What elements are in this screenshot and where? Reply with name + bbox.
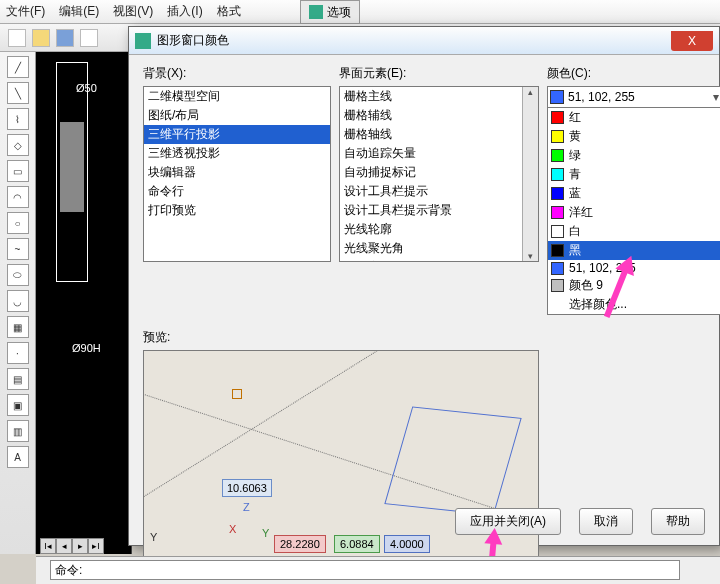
block-tool-icon[interactable]: ▦ xyxy=(7,316,29,338)
elem-item[interactable]: 自动追踪矢量 xyxy=(340,144,538,163)
options-tab-label: 选项 xyxy=(327,4,351,21)
model-tabs[interactable]: I◂ ◂ ▸ ▸I xyxy=(40,538,104,554)
elem-item[interactable]: 自动捕捉标记 xyxy=(340,163,538,182)
status-bar: 命令: xyxy=(36,556,720,584)
bg-item[interactable]: 命令行 xyxy=(144,182,330,201)
dimension-2: Ø90H xyxy=(72,342,101,354)
chevron-down-icon[interactable]: ▾ xyxy=(708,90,720,104)
color-name: 绿 xyxy=(569,147,581,164)
bg-item[interactable]: 二维模型空间 xyxy=(144,87,330,106)
color-name: 红 xyxy=(569,109,581,126)
color-item[interactable]: 白 xyxy=(548,222,720,241)
bg-item[interactable]: 三维平行投影 xyxy=(144,125,330,144)
bg-item[interactable]: 块编辑器 xyxy=(144,163,330,182)
command-line[interactable]: 命令: xyxy=(50,560,680,580)
elements-section: 界面元素(E): 栅格主线栅格辅线栅格轴线自动追踪矢量自动捕捉标记设计工具栏提示… xyxy=(339,65,539,315)
elem-item[interactable]: 光线轮廓 xyxy=(340,220,538,239)
color-swatch-icon xyxy=(551,168,564,181)
open-icon[interactable] xyxy=(32,29,50,47)
polygon-tool-icon[interactable]: ◇ xyxy=(7,134,29,156)
rect-tool-icon[interactable]: ▭ xyxy=(7,160,29,182)
axis-x: X xyxy=(229,523,236,535)
close-button[interactable]: X xyxy=(671,31,713,51)
nav-next-icon[interactable]: ▸ xyxy=(72,538,88,554)
value-x: 28.2280 xyxy=(274,535,326,553)
scrollbar[interactable] xyxy=(522,87,538,261)
color-swatch-icon xyxy=(551,149,564,162)
color-item[interactable]: 红 xyxy=(548,108,720,127)
preview-tooltip: 10.6063 xyxy=(222,479,272,497)
color-combobox[interactable]: 51, 102, 255 ▾ xyxy=(547,86,720,108)
color-item[interactable]: 绿 xyxy=(548,146,720,165)
elem-item[interactable]: 栅格辅线 xyxy=(340,106,538,125)
dialog-icon xyxy=(135,33,151,49)
menu-file[interactable]: 文件(F) xyxy=(6,3,45,20)
polyline-tool-icon[interactable]: ⌇ xyxy=(7,108,29,130)
menu-insert[interactable]: 插入(I) xyxy=(167,3,202,20)
color-name: 洋红 xyxy=(569,204,593,221)
bg-label: 背景(X): xyxy=(143,65,331,82)
elem-item[interactable]: 光线聚光角 xyxy=(340,239,538,258)
app-icon xyxy=(309,5,323,19)
color-item[interactable]: 蓝 xyxy=(548,184,720,203)
color-section: 颜色(C): 51, 102, 255 ▾ 红黄绿青蓝洋红白黑51, 102, … xyxy=(547,65,720,315)
menu-edit[interactable]: 编辑(E) xyxy=(59,3,99,20)
bg-item[interactable]: 打印预览 xyxy=(144,201,330,220)
new-icon[interactable] xyxy=(8,29,26,47)
color-swatch-icon xyxy=(551,298,564,311)
color-name: 白 xyxy=(569,223,581,240)
color-name: 黄 xyxy=(569,128,581,145)
nav-last-icon[interactable]: ▸I xyxy=(88,538,104,554)
dialog-title: 图形窗口颜色 xyxy=(157,32,229,49)
elem-item[interactable]: 设计工具栏提示 xyxy=(340,182,538,201)
nav-first-icon[interactable]: I◂ xyxy=(40,538,56,554)
color-item[interactable]: 洋红 xyxy=(548,203,720,222)
elem-listbox[interactable]: 栅格主线栅格辅线栅格轴线自动追踪矢量自动捕捉标记设计工具栏提示设计工具栏提示背景… xyxy=(339,86,539,262)
table-tool-icon[interactable]: ▥ xyxy=(7,420,29,442)
color-name: 选择颜色... xyxy=(569,296,627,313)
ellipse-tool-icon[interactable]: ⬭ xyxy=(7,264,29,286)
color-item[interactable]: 黄 xyxy=(548,127,720,146)
color-item[interactable]: 青 xyxy=(548,165,720,184)
ellipsearc-tool-icon[interactable]: ◡ xyxy=(7,290,29,312)
axis-y: Y xyxy=(262,527,269,539)
value-z: 4.0000 xyxy=(384,535,430,553)
bg-listbox[interactable]: 二维模型空间图纸/布局三维平行投影三维透视投影块编辑器命令行打印预览 xyxy=(143,86,331,262)
help-button[interactable]: 帮助 xyxy=(651,508,705,535)
elem-item[interactable]: 设计工具栏提示背景 xyxy=(340,201,538,220)
point-tool-icon[interactable]: · xyxy=(7,342,29,364)
elem-item[interactable]: 光源衰减 xyxy=(340,258,538,262)
region-tool-icon[interactable]: ▣ xyxy=(7,394,29,416)
color-item[interactable]: 选择颜色... xyxy=(548,295,720,314)
color-item[interactable]: 颜色 9 xyxy=(548,276,720,295)
combo-swatch xyxy=(550,90,564,104)
print-icon[interactable] xyxy=(80,29,98,47)
circle-tool-icon[interactable]: ○ xyxy=(7,212,29,234)
save-icon[interactable] xyxy=(56,29,74,47)
annotation-arrow-2 xyxy=(484,527,503,545)
color-dropdown-list[interactable]: 红黄绿青蓝洋红白黑51, 102, 255颜色 9选择颜色... xyxy=(547,108,720,315)
hatch-tool-icon[interactable]: ▤ xyxy=(7,368,29,390)
nav-prev-icon[interactable]: ◂ xyxy=(56,538,72,554)
drawing-canvas[interactable]: Ø50 Ø90H xyxy=(36,52,132,554)
elem-item[interactable]: 栅格轴线 xyxy=(340,125,538,144)
menu-format[interactable]: 格式 xyxy=(217,3,241,20)
elem-item[interactable]: 栅格主线 xyxy=(340,87,538,106)
menu-view[interactable]: 视图(V) xyxy=(113,3,153,20)
bg-item[interactable]: 三维透视投影 xyxy=(144,144,330,163)
bg-item[interactable]: 图纸/布局 xyxy=(144,106,330,125)
spline-tool-icon[interactable]: ~ xyxy=(7,238,29,260)
color-swatch-icon xyxy=(551,262,564,275)
color-swatch-icon xyxy=(551,130,564,143)
line-tool-icon[interactable]: ╱ xyxy=(7,56,29,78)
apply-close-button[interactable]: 应用并关闭(A) xyxy=(455,508,561,535)
dialog-titlebar[interactable]: 图形窗口颜色 X xyxy=(129,27,719,55)
color-name: 黑 xyxy=(569,242,581,259)
cancel-button[interactable]: 取消 xyxy=(579,508,633,535)
options-tab[interactable]: 选项 xyxy=(300,0,360,24)
xline-tool-icon[interactable]: ╲ xyxy=(7,82,29,104)
arc-tool-icon[interactable]: ◠ xyxy=(7,186,29,208)
color-swatch-icon xyxy=(551,206,564,219)
elem-label: 界面元素(E): xyxy=(339,65,539,82)
text-tool-icon[interactable]: A xyxy=(7,446,29,468)
